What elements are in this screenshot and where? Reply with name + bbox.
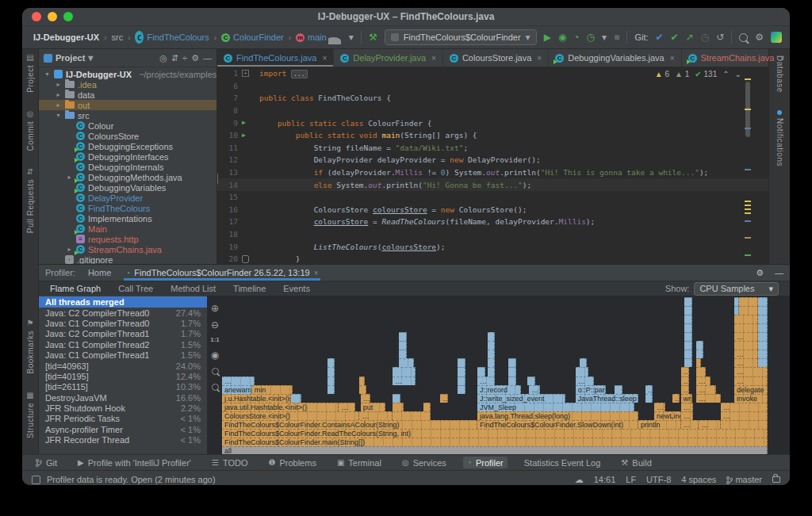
flame-frame[interactable]: … — [699, 420, 721, 429]
thread-row[interactable]: All threads merged — [39, 296, 207, 307]
toolwindow-button-terminal[interactable]: ▣Terminal — [333, 457, 385, 468]
encoding[interactable]: UTF-8 — [646, 475, 671, 484]
thread-row[interactable]: JFR Recorder Thread< 1% — [39, 435, 207, 445]
flame-frame[interactable] — [399, 358, 414, 367]
thread-row[interactable]: [tid=40195]12.4% — [39, 371, 207, 381]
tree-item--gitignore[interactable]: ·.gitignore — [39, 254, 216, 264]
tree-item-implementations[interactable]: CImplementations — [39, 213, 216, 224]
tree-item-findthecolours[interactable]: CFindTheColours — [39, 203, 216, 213]
breadcrumb-item-main[interactable]: mmain — [296, 32, 327, 42]
history-button[interactable]: ◷ — [701, 32, 709, 42]
flame-frame[interactable] — [684, 315, 692, 323]
flame-frame[interactable] — [327, 376, 335, 385]
hide-panel-icon[interactable]: — — [203, 53, 212, 63]
flame-frame[interactable] — [488, 367, 495, 376]
flame-frame[interactable]: invoke — [734, 394, 768, 403]
flame-frame[interactable]: J::record — [477, 385, 521, 394]
flame-frame[interactable] — [423, 403, 431, 411]
ai-cloud-icon[interactable]: ☁ — [575, 475, 584, 485]
flame-frame[interactable] — [758, 315, 768, 323]
user-avatar-icon[interactable] — [328, 29, 343, 45]
tree-expand-icon[interactable]: ▾ — [55, 112, 62, 119]
flame-frame[interactable] — [327, 358, 335, 367]
close-window-button[interactable] — [32, 12, 41, 21]
editor-scrollbar[interactable] — [743, 67, 751, 264]
flame-frame[interactable]: j.u.Hashtable.<init>(int, float) — [222, 394, 291, 403]
flame-frame[interactable] — [458, 376, 465, 385]
flame-frame[interactable]: … — [681, 403, 693, 411]
stripe-item-bookmarks[interactable]: ⚑Bookmarks — [26, 319, 35, 374]
run-line-icon[interactable]: ▶ — [242, 120, 246, 126]
tree-expand-icon[interactable]: ▸ — [55, 81, 62, 88]
code-line-20[interactable]: 20 } — [217, 253, 768, 265]
profiler-tab-method-list[interactable]: Method List — [170, 284, 216, 293]
flame-frame[interactable] — [696, 341, 704, 350]
flame-frame[interactable]: … — [529, 385, 540, 394]
tree-item-colour[interactable]: CColour — [39, 120, 216, 131]
close-tab-icon[interactable]: × — [431, 54, 436, 63]
flame-frame[interactable]: … — [696, 394, 721, 403]
flame-frame[interactable] — [327, 367, 335, 376]
flame-frame[interactable] — [645, 394, 653, 403]
close-tab-icon[interactable]: × — [537, 54, 542, 63]
editor-tab-delayprovider-java[interactable]: CDelayProvider.java× — [334, 49, 443, 67]
code-line-6[interactable]: 6 — [217, 80, 768, 93]
flame-frame[interactable] — [684, 297, 692, 306]
flame-frame[interactable]: delegate — [734, 385, 768, 394]
flame-frame[interactable] — [739, 297, 757, 306]
zoom-window-button[interactable] — [63, 12, 73, 21]
flame-frame[interactable]: put — [361, 403, 385, 411]
flame-frame[interactable]: write — [681, 394, 692, 403]
flame-frame[interactable] — [684, 323, 692, 332]
flame-frame[interactable] — [696, 358, 701, 367]
tree-item-ij-debugger-ux[interactable]: ▾IJ-Debugger-UX~/projects/examples/IJ-De… — [39, 69, 216, 79]
flame-frame[interactable]: … — [681, 367, 689, 376]
tree-expand-icon[interactable]: ▸ — [66, 174, 73, 181]
zoom-in-icon[interactable]: ⊕ — [211, 304, 219, 313]
caret-position[interactable]: 14:61 — [594, 475, 616, 484]
profiler-hide-icon[interactable]: — — [775, 268, 783, 277]
flame-frame[interactable]: ColoursStore.<init>() — [222, 411, 359, 420]
flame-frame[interactable]: … — [734, 367, 768, 376]
status-popup-icon[interactable] — [32, 476, 40, 484]
more-run-options-icon[interactable]: ▾ — [602, 32, 607, 42]
thread-row[interactable]: Java: C1 CompilerThread21.5% — [39, 339, 207, 350]
flame-frame[interactable]: … — [339, 403, 355, 411]
flame-frame[interactable]: println — [638, 420, 681, 429]
collapse-all-icon[interactable]: ⇵ — [171, 53, 178, 63]
flame-frame[interactable]: FindTheColours$ColourFinder.main(String[… — [222, 438, 768, 446]
tree-expand-icon[interactable]: ▸ — [55, 101, 62, 109]
tree-item-debuggingexceptions[interactable]: CDebuggingExceptions — [39, 141, 216, 151]
code-line-8[interactable]: 8 — [217, 105, 768, 117]
thread-row[interactable]: Java: C1 CompilerThread11.5% — [39, 350, 207, 360]
toolwindow-button-services[interactable]: ◎Services — [398, 457, 450, 468]
flame-frame[interactable] — [393, 367, 416, 376]
flame-frame[interactable]: … — [477, 376, 495, 385]
flame-frame[interactable] — [488, 350, 495, 358]
flame-frame[interactable] — [696, 350, 704, 358]
thread-row[interactable]: Java: C1 CompilerThread01.7% — [39, 318, 207, 328]
flame-frame[interactable]: … — [734, 350, 758, 358]
code-line-18[interactable]: 18 — [217, 228, 768, 241]
flame-frame[interactable] — [508, 358, 516, 367]
thread-row[interactable]: JFR Shutdown Hook2.2% — [39, 403, 207, 413]
flame-frame[interactable]: … — [361, 394, 370, 403]
code-line-10[interactable]: 10▶ public static void main(String[] arg… — [217, 129, 768, 142]
flame-frame[interactable]: all — [222, 446, 768, 454]
tree-item-out[interactable]: ▸out — [39, 100, 216, 110]
lock-icon[interactable] — [772, 476, 780, 483]
flame-frame[interactable]: … — [393, 376, 416, 385]
tree-item-streamchains-java[interactable]: ▸CStreamChains.java — [39, 244, 216, 254]
project-panel-title[interactable]: Project ▾ — [44, 53, 93, 63]
breadcrumb-item-ij-debugger-ux[interactable]: IJ-Debugger-UX — [33, 32, 99, 42]
tree-item-coloursstore[interactable]: CColoursStore — [39, 131, 216, 141]
minimize-window-button[interactable] — [48, 12, 57, 21]
search-everywhere-icon[interactable] — [739, 33, 748, 42]
flame-frame[interactable]: … — [681, 385, 689, 394]
locate-file-icon[interactable]: ◎ — [159, 53, 167, 63]
tree-item--idea[interactable]: ▸.idea — [39, 79, 216, 90]
flame-frame[interactable] — [488, 341, 495, 350]
flame-frame[interactable] — [488, 358, 495, 367]
toolwindow-button-build[interactable]: ⚒Build — [617, 457, 655, 468]
flame-frame[interactable]: FindTheColours$ColourFinder.SlowDown(int… — [477, 420, 638, 429]
